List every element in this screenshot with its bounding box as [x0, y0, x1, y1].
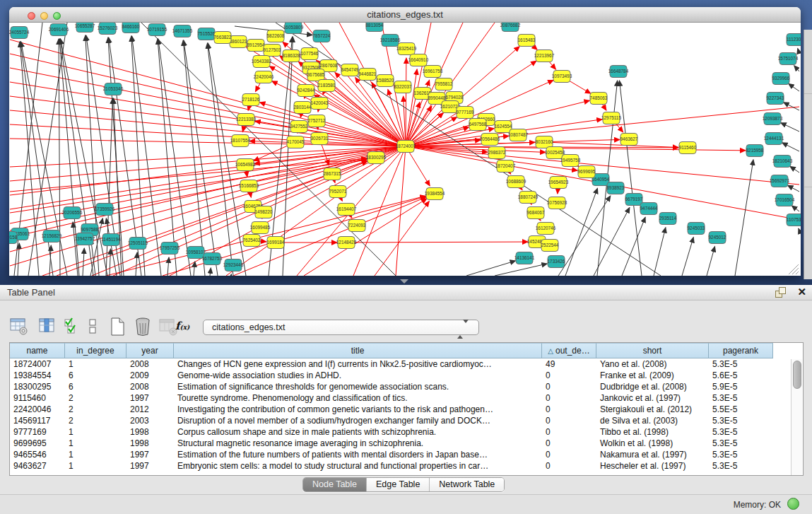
cell-short[interactable]: Yano et al. (2008): [596, 358, 709, 370]
cell-name[interactable]: 18724007: [10, 358, 65, 370]
cell-in_degree[interactable]: 1: [65, 449, 126, 460]
column-header-name[interactable]: name: [10, 343, 65, 358]
cell-short[interactable]: de Silva et al. (2003): [596, 415, 709, 426]
table-row[interactable]: 946362711997Embryonic stem cells: a mode…: [10, 460, 789, 472]
cell-pagerank[interactable]: 5.3E-5: [709, 426, 773, 438]
cell-name[interactable]: 9465546: [10, 449, 65, 460]
cell-name[interactable]: 9115460: [10, 392, 65, 404]
table-settings-icon[interactable]: [9, 317, 29, 337]
cell-year[interactable]: 1997: [126, 392, 174, 404]
tab-edge-table[interactable]: Edge Table: [367, 478, 430, 491]
cell-in_degree[interactable]: 2: [65, 404, 126, 415]
network-window-titlebar[interactable]: citations_edges.txt: [9, 7, 801, 23]
close-panel-icon[interactable]: ✕: [797, 286, 806, 298]
cell-out_de[interactable]: 0: [542, 404, 596, 415]
cell-title[interactable]: Investigating the contribution of common…: [174, 404, 542, 415]
cell-in_degree[interactable]: 1: [65, 460, 126, 472]
cell-name[interactable]: 9777169: [10, 426, 65, 438]
cell-in_degree[interactable]: 6: [65, 370, 126, 381]
column-header-out_de[interactable]: △out_de…: [542, 343, 596, 358]
tab-network-table[interactable]: Network Table: [430, 478, 504, 491]
cell-short[interactable]: Wolkin et al. (1998): [596, 438, 709, 449]
cell-out_de[interactable]: 0: [542, 449, 596, 460]
table-vertical-scrollbar[interactable]: [791, 359, 802, 475]
cell-out_de[interactable]: 0: [542, 426, 596, 438]
cell-in_degree[interactable]: 1: [65, 426, 126, 438]
cell-title[interactable]: Disruption of a novel member of a sodium…: [174, 415, 542, 426]
table-row[interactable]: 946554611997Estimation of the future num…: [10, 449, 789, 460]
cell-pagerank[interactable]: 5.3E-5: [709, 438, 773, 449]
cell-year[interactable]: 1997: [126, 449, 174, 460]
cell-name[interactable]: 22420046: [10, 404, 65, 415]
cell-name[interactable]: 19384554: [10, 370, 65, 381]
cell-year[interactable]: 1997: [126, 460, 174, 472]
cell-pagerank[interactable]: 5.6E-5: [709, 370, 773, 381]
cell-out_de[interactable]: 0: [542, 438, 596, 449]
column-header-short[interactable]: short: [596, 343, 709, 358]
table-row[interactable]: 1456911722003Disruption of a novel membe…: [10, 415, 789, 426]
cell-year[interactable]: 2008: [126, 381, 174, 392]
cell-out_de[interactable]: 0: [542, 460, 596, 472]
delete-trash-icon[interactable]: [133, 317, 153, 337]
network-table-selector[interactable]: citations_edges.txt: [203, 320, 479, 335]
cell-name[interactable]: 9699695: [10, 438, 65, 449]
column-header-title[interactable]: title: [174, 343, 542, 358]
column-header-year[interactable]: year: [126, 343, 174, 358]
select-columns-icon[interactable]: [37, 317, 57, 337]
cell-year[interactable]: 2008: [126, 358, 174, 370]
cell-name[interactable]: 14569117: [10, 415, 65, 426]
canvas-resize-grip[interactable]: [789, 264, 799, 274]
cell-in_degree[interactable]: 1: [65, 438, 126, 449]
cell-year[interactable]: 2009: [126, 370, 174, 381]
cell-year[interactable]: 1998: [126, 426, 174, 438]
cell-in_degree[interactable]: 6: [65, 381, 126, 392]
cell-title[interactable]: Estimation of significance thresholds fo…: [174, 381, 542, 392]
cell-name[interactable]: 18300295: [10, 381, 65, 392]
cell-pagerank[interactable]: 5.3E-5: [709, 460, 773, 472]
citation-network-graph[interactable]: 2405572420691406106552871527602384661601…: [9, 23, 801, 276]
cell-short[interactable]: Jankovic et al. (1997): [596, 392, 709, 404]
panel-divider-handle[interactable]: [400, 279, 408, 284]
cell-in_degree[interactable]: 2: [65, 415, 126, 426]
cell-out_de[interactable]: 0: [542, 370, 596, 381]
cell-title[interactable]: Tourette syndrome. Phenomenology and cla…: [174, 392, 542, 404]
column-header-pagerank[interactable]: pagerank: [709, 343, 773, 358]
cell-short[interactable]: Hescheler et al. (1997): [596, 460, 709, 472]
select-all-icon[interactable]: [64, 317, 79, 337]
cell-title[interactable]: Structural magnetic resonance image aver…: [174, 438, 542, 449]
cell-year[interactable]: 1998: [126, 438, 174, 449]
cell-short[interactable]: Franke et al. (2009): [596, 370, 709, 381]
table-row[interactable]: 1830029562008Estimation of significance …: [10, 381, 789, 392]
cell-title[interactable]: Embryonic stem cells: a model to study s…: [174, 460, 542, 472]
table-row[interactable]: 969969511998Structural magnetic resonanc…: [10, 438, 789, 449]
cell-title[interactable]: Corpus callosum shape and size in male p…: [174, 426, 542, 438]
cell-title[interactable]: Genome-wide association studies in ADHD.: [174, 370, 542, 381]
row-options-icon[interactable]: [86, 317, 99, 337]
cell-out_de[interactable]: 49: [542, 358, 596, 370]
cell-name[interactable]: 9463627: [10, 460, 65, 472]
cell-pagerank[interactable]: 5.3E-5: [709, 392, 773, 404]
table-row[interactable]: 977716911998Corpus callosum shape and si…: [10, 426, 789, 438]
cell-short[interactable]: Tibbo et al. (1998): [596, 426, 709, 438]
cell-pagerank[interactable]: 5.9E-5: [709, 381, 773, 392]
cell-in_degree[interactable]: 2: [65, 392, 126, 404]
cell-short[interactable]: Stergiakouli et al. (2012): [596, 404, 709, 415]
tab-node-table[interactable]: Node Table: [303, 478, 367, 491]
cell-short[interactable]: Nakamura et al. (1997): [596, 449, 709, 460]
float-panel-icon[interactable]: [775, 287, 787, 297]
new-document-icon[interactable]: [107, 317, 127, 337]
cell-pagerank[interactable]: 5.3E-5: [709, 358, 773, 370]
memory-status-indicator[interactable]: [787, 498, 799, 510]
cell-pagerank[interactable]: 5.3E-5: [709, 415, 773, 426]
network-canvas[interactable]: 2405572420691406106552871527602384661601…: [9, 23, 801, 276]
cell-out_de[interactable]: 0: [542, 415, 596, 426]
table-row[interactable]: 2242004622012Investigating the contribut…: [10, 404, 789, 415]
cell-short[interactable]: Dudbridge et al. (2008): [596, 381, 709, 392]
scrollbar-thumb[interactable]: [793, 361, 801, 389]
cell-title[interactable]: Changes of HCN gene expression and I(f) …: [174, 358, 542, 370]
table-row[interactable]: 1938455462009Genome-wide association stu…: [10, 370, 789, 381]
cell-year[interactable]: 2003: [126, 415, 174, 426]
cell-in_degree[interactable]: 1: [65, 358, 126, 370]
cell-out_de[interactable]: 0: [542, 392, 596, 404]
function-builder-icon[interactable]: f(x): [175, 320, 189, 332]
